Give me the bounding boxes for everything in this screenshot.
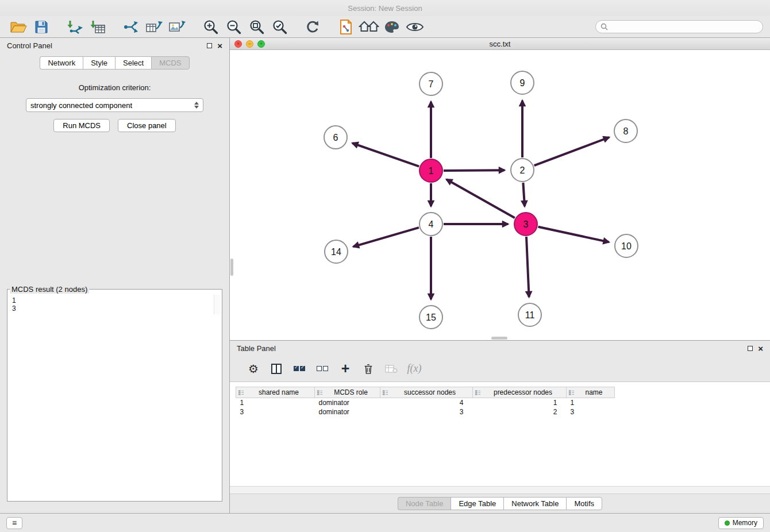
open-network-file-button[interactable] (334, 17, 357, 37)
search-input[interactable] (611, 23, 758, 31)
cell-mcds-role[interactable]: dominator (315, 407, 380, 417)
tab-style[interactable]: Style (83, 56, 115, 70)
network-window-titlebar[interactable]: × − + scc.txt (230, 38, 770, 50)
result-scrollbar[interactable] (214, 295, 221, 314)
networks-overview-button[interactable] (357, 17, 380, 37)
tab-mcds[interactable]: MCDS (151, 56, 189, 70)
unchecked-boxes-icon (317, 366, 322, 371)
edge-3-10[interactable] (538, 227, 609, 242)
zoom-selected-button[interactable] (268, 17, 291, 37)
node-label-8: 8 (623, 126, 629, 136)
new-network-button[interactable] (120, 17, 143, 37)
control-panel-title: Control Panel (7, 41, 52, 50)
cell-mcds-role[interactable]: dominator (315, 398, 380, 407)
close-control-panel-icon[interactable]: × (217, 41, 222, 50)
table-row[interactable]: 3 dominator 3 2 3 (236, 407, 615, 417)
float-table-panel-icon[interactable] (748, 346, 753, 351)
create-column-button[interactable]: + (336, 360, 355, 378)
control-panel-tabs: Network Style Select MCDS (0, 56, 229, 70)
import-table-button[interactable] (86, 17, 109, 37)
node-label-15: 15 (426, 313, 436, 322)
minimize-window-button[interactable]: − (246, 40, 253, 48)
edge-3-1[interactable] (446, 179, 515, 218)
table-horizontal-scrollbar[interactable] (230, 486, 770, 494)
show-columns-button[interactable] (267, 360, 286, 378)
clone-network-button[interactable] (143, 17, 165, 37)
zoom-fit-button[interactable] (245, 17, 268, 37)
select-all-columns-button[interactable] (290, 360, 309, 378)
column-header-successor-nodes[interactable]: successor nodes (380, 387, 473, 398)
tab-network[interactable]: Network (40, 56, 83, 70)
column-header-predecessor-nodes[interactable]: predecessor nodes (473, 387, 567, 398)
tab-motifs[interactable]: Motifs (566, 497, 602, 510)
search-field[interactable] (595, 20, 763, 33)
column-header-shared-name[interactable]: shared name (236, 387, 315, 398)
show-hide-button[interactable] (403, 17, 426, 37)
cell-name[interactable]: 1 (567, 398, 615, 407)
tab-network-table[interactable]: Network Table (503, 497, 566, 510)
network-vertical-scrollbar[interactable] (230, 259, 233, 276)
network-window: × − + scc.txt 79681243101415 (230, 38, 770, 341)
close-panel-button[interactable]: Close panel (118, 119, 176, 132)
mcds-result-list[interactable]: 1 3 (9, 295, 221, 314)
cell-successor-nodes[interactable]: 4 (380, 398, 473, 407)
cell-predecessor-nodes[interactable]: 1 (473, 398, 567, 407)
table-header-row: shared name MCDS role successor nodes pr… (236, 387, 615, 398)
table-panel-title: Table Panel (237, 344, 276, 353)
window-title: Session: New Session (348, 4, 422, 13)
maximize-window-button[interactable]: + (257, 40, 265, 48)
cell-shared-name[interactable]: 3 (236, 407, 315, 417)
zoom-out-button[interactable] (222, 17, 245, 37)
cell-name[interactable]: 3 (567, 407, 615, 417)
title-bar[interactable]: Session: New Session (0, 0, 770, 16)
cell-predecessor-nodes[interactable]: 2 (473, 407, 567, 417)
open-session-button[interactable] (7, 17, 30, 37)
unselect-all-columns-button[interactable] (313, 360, 332, 378)
mcds-result-title: MCDS result (2 nodes) (10, 285, 89, 294)
edge-2-8[interactable] (534, 137, 609, 165)
criterion-selected-value: strongly connected component (30, 101, 132, 110)
column-header-mcds-role[interactable]: MCDS role (315, 387, 380, 398)
image-export-icon (168, 20, 186, 34)
float-control-panel-icon[interactable] (207, 43, 212, 48)
task-history-button[interactable]: ≡ (6, 517, 22, 529)
memory-button[interactable]: Memory (718, 517, 764, 529)
table-settings-button[interactable]: ⚙ (244, 360, 263, 378)
close-window-button[interactable]: × (234, 40, 242, 48)
delete-column-button[interactable] (359, 360, 378, 378)
menu-icon: ≡ (12, 518, 17, 527)
tab-select[interactable]: Select (115, 56, 151, 70)
edge-2-3[interactable] (523, 183, 525, 206)
edge-4-14[interactable] (353, 228, 419, 246)
node-label-9: 9 (520, 78, 525, 88)
column-header-name[interactable]: name (567, 387, 615, 398)
node-label-7: 7 (429, 79, 434, 89)
node-table: shared name MCDS role successor nodes pr… (230, 381, 770, 486)
import-table-icon (89, 20, 106, 34)
network-canvas[interactable]: 7968124310141511 (230, 50, 770, 340)
edge-1-2[interactable] (444, 170, 505, 171)
apply-layout-button[interactable] (301, 17, 324, 37)
cell-successor-nodes[interactable]: 3 (380, 407, 473, 417)
zoom-out-icon (226, 19, 241, 34)
table-row[interactable]: 1 dominator 4 1 1 (236, 398, 615, 407)
zoom-in-button[interactable] (199, 17, 222, 37)
import-network-button[interactable] (63, 17, 86, 37)
run-mcds-button[interactable]: Run MCDS (53, 119, 110, 132)
network-graph: 7968124310141511 (230, 50, 770, 340)
network-horizontal-scrollbar[interactable] (491, 337, 507, 340)
export-image-button[interactable] (165, 17, 188, 37)
zoom-selected-icon (272, 19, 287, 34)
node-label-3: 3 (523, 219, 529, 229)
tab-node-table[interactable]: Node Table (398, 497, 451, 510)
close-table-panel-icon[interactable]: × (758, 344, 763, 353)
criterion-dropdown[interactable]: strongly connected component (26, 98, 203, 112)
tab-edge-table[interactable]: Edge Table (451, 497, 503, 510)
edge-3-11[interactable] (526, 237, 529, 297)
table-tabs: Node Table Edge Table Network Table Moti… (230, 494, 770, 513)
style-panel-button[interactable] (380, 17, 403, 37)
edge-1-6[interactable] (352, 143, 419, 167)
save-session-button[interactable] (30, 17, 53, 37)
cell-shared-name[interactable]: 1 (236, 398, 315, 407)
trash-icon (363, 363, 374, 375)
